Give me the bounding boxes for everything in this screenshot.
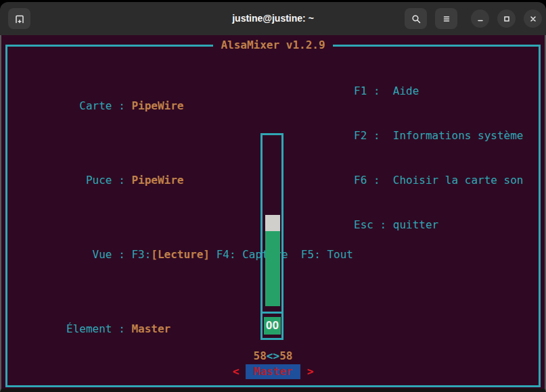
terminal-window: justine@justine: ~ — [0, 0, 546, 392]
mixer-help-panel: F1 : Aide F2 : Informations système F6 :… — [354, 54, 523, 262]
info-value: PipeWire — [131, 174, 183, 187]
volume-fill-upper-segment — [265, 215, 280, 231]
minimize-button[interactable] — [471, 9, 489, 28]
volume-left-value: 58 — [254, 349, 267, 362]
volume-separator: <> — [267, 349, 279, 362]
maximize-icon — [501, 14, 512, 24]
info-value: PipeWire — [131, 99, 183, 112]
help-line-esc: Esc : quitter — [354, 218, 523, 232]
volume-right-value: 58 — [279, 349, 292, 362]
minimize-icon — [475, 14, 486, 24]
menu-icon — [441, 14, 452, 24]
info-label: Puce : — [66, 174, 131, 187]
close-icon — [528, 14, 539, 24]
info-row-card: Carte : PipeWire — [14, 84, 353, 128]
maximize-button[interactable] — [497, 9, 516, 28]
info-label: Élement : — [66, 322, 131, 335]
info-row-item: Élement : Master — [14, 307, 353, 351]
info-value: Master — [131, 322, 170, 335]
selected-channel-name: Master — [246, 364, 300, 379]
new-tab-icon — [14, 14, 25, 24]
new-tab-button[interactable] — [8, 8, 30, 29]
channel-prev-arrow: < — [233, 365, 240, 378]
info-label: Carte : — [66, 99, 131, 112]
mute-indicator: OO — [264, 317, 281, 335]
info-label: Vue : F3: — [66, 248, 151, 261]
info-row-view: Vue : F3:[Lecture] F4: Capture F5: Tout — [14, 232, 353, 277]
help-line-f1: F1 : Aide — [354, 84, 523, 99]
info-row-chip: Puce : PipeWire — [14, 158, 353, 203]
close-button[interactable] — [524, 9, 542, 28]
volume-fill-lower-segment — [265, 231, 280, 306]
menu-button[interactable] — [435, 8, 457, 29]
view-mode-active: [Lecture] — [151, 248, 210, 261]
volume-bar-divider — [263, 312, 281, 314]
channel-selector: < Master > — [1, 364, 545, 379]
search-button[interactable] — [405, 8, 427, 29]
mixer-info-panel: Carte : PipeWire Puce : PipeWire Vue : F… — [14, 54, 353, 381]
channel-next-arrow: > — [307, 365, 314, 378]
titlebar: justine@justine: ~ — [0, 2, 546, 35]
terminal-screen[interactable]: AlsaMixer v1.2.9 Carte : PipeWire Puce :… — [0, 35, 546, 392]
help-line-f2: F2 : Informations système — [354, 128, 523, 143]
help-line-f6: F6 : Choisir la carte son — [354, 173, 523, 188]
volume-values: 58<>58 — [1, 349, 545, 364]
search-icon — [411, 14, 422, 24]
